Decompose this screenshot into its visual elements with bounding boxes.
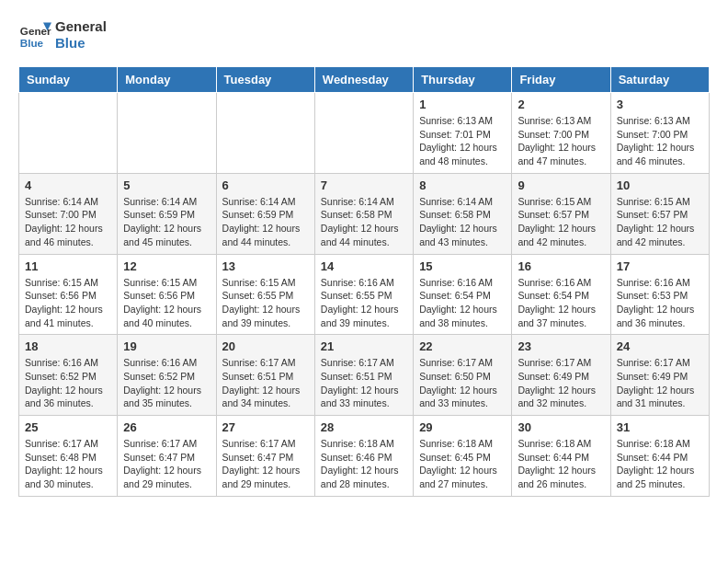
day-info: Sunrise: 6:14 AM Sunset: 6:58 PM Dayligh…	[419, 195, 506, 249]
day-info: Sunrise: 6:15 AM Sunset: 6:56 PM Dayligh…	[25, 276, 111, 330]
calendar-cell: 11Sunrise: 6:15 AM Sunset: 6:56 PM Dayli…	[19, 254, 118, 335]
day-info: Sunrise: 6:13 AM Sunset: 7:01 PM Dayligh…	[419, 114, 506, 168]
calendar-cell: 9Sunrise: 6:15 AM Sunset: 6:57 PM Daylig…	[512, 173, 610, 254]
calendar-cell	[216, 93, 314, 174]
day-info: Sunrise: 6:17 AM Sunset: 6:50 PM Dayligh…	[419, 356, 506, 410]
calendar-cell: 25Sunrise: 6:17 AM Sunset: 6:48 PM Dayli…	[19, 416, 118, 497]
calendar-cell: 8Sunrise: 6:14 AM Sunset: 6:58 PM Daylig…	[414, 173, 512, 254]
day-number: 19	[123, 339, 210, 353]
day-number: 24	[617, 339, 703, 353]
day-number: 18	[25, 339, 111, 353]
calendar-cell: 3Sunrise: 6:13 AM Sunset: 7:00 PM Daylig…	[610, 93, 709, 174]
logo-general: General	[55, 18, 107, 35]
calendar-cell: 30Sunrise: 6:18 AM Sunset: 6:44 PM Dayli…	[512, 416, 610, 497]
col-header-sunday: Sunday	[19, 67, 118, 93]
day-info: Sunrise: 6:15 AM Sunset: 6:57 PM Dayligh…	[617, 195, 703, 249]
day-info: Sunrise: 6:16 AM Sunset: 6:55 PM Dayligh…	[321, 276, 407, 330]
logo-blue: Blue	[55, 35, 107, 52]
calendar-cell: 16Sunrise: 6:16 AM Sunset: 6:54 PM Dayli…	[512, 254, 610, 335]
col-header-monday: Monday	[118, 67, 216, 93]
col-header-wednesday: Wednesday	[314, 67, 413, 93]
week-row-3: 11Sunrise: 6:15 AM Sunset: 6:56 PM Dayli…	[19, 254, 710, 335]
calendar-cell: 6Sunrise: 6:14 AM Sunset: 6:59 PM Daylig…	[216, 173, 314, 254]
day-info: Sunrise: 6:14 AM Sunset: 6:59 PM Dayligh…	[222, 195, 309, 249]
col-header-friday: Friday	[512, 67, 610, 93]
calendar-cell: 19Sunrise: 6:16 AM Sunset: 6:52 PM Dayli…	[118, 335, 216, 416]
calendar-cell: 24Sunrise: 6:17 AM Sunset: 6:49 PM Dayli…	[610, 335, 709, 416]
calendar-cell	[19, 93, 118, 174]
day-info: Sunrise: 6:18 AM Sunset: 6:45 PM Dayligh…	[419, 437, 506, 491]
calendar-cell: 20Sunrise: 6:17 AM Sunset: 6:51 PM Dayli…	[216, 335, 314, 416]
day-info: Sunrise: 6:16 AM Sunset: 6:54 PM Dayligh…	[419, 276, 506, 330]
calendar-cell: 18Sunrise: 6:16 AM Sunset: 6:52 PM Dayli…	[19, 335, 118, 416]
day-number: 8	[419, 178, 506, 192]
calendar-cell	[118, 93, 216, 174]
day-number: 31	[617, 420, 703, 434]
day-number: 15	[419, 259, 506, 273]
calendar-cell: 1Sunrise: 6:13 AM Sunset: 7:01 PM Daylig…	[414, 93, 512, 174]
col-header-saturday: Saturday	[610, 67, 709, 93]
calendar-cell: 15Sunrise: 6:16 AM Sunset: 6:54 PM Dayli…	[414, 254, 512, 335]
day-info: Sunrise: 6:15 AM Sunset: 6:56 PM Dayligh…	[123, 276, 210, 330]
day-number: 12	[123, 259, 210, 273]
calendar-cell: 28Sunrise: 6:18 AM Sunset: 6:46 PM Dayli…	[314, 416, 413, 497]
calendar-cell	[314, 93, 413, 174]
day-number: 4	[25, 178, 111, 192]
day-info: Sunrise: 6:13 AM Sunset: 7:00 PM Dayligh…	[518, 114, 604, 168]
calendar-cell: 31Sunrise: 6:18 AM Sunset: 6:44 PM Dayli…	[610, 416, 709, 497]
calendar-cell: 21Sunrise: 6:17 AM Sunset: 6:51 PM Dayli…	[314, 335, 413, 416]
calendar-cell: 27Sunrise: 6:17 AM Sunset: 6:47 PM Dayli…	[216, 416, 314, 497]
week-row-1: 1Sunrise: 6:13 AM Sunset: 7:01 PM Daylig…	[19, 93, 710, 174]
day-info: Sunrise: 6:17 AM Sunset: 6:51 PM Dayligh…	[222, 356, 309, 410]
day-info: Sunrise: 6:17 AM Sunset: 6:49 PM Dayligh…	[518, 356, 604, 410]
week-row-5: 25Sunrise: 6:17 AM Sunset: 6:48 PM Dayli…	[19, 416, 710, 497]
day-info: Sunrise: 6:17 AM Sunset: 6:47 PM Dayligh…	[123, 437, 210, 491]
calendar-cell: 17Sunrise: 6:16 AM Sunset: 6:53 PM Dayli…	[610, 254, 709, 335]
day-info: Sunrise: 6:14 AM Sunset: 7:00 PM Dayligh…	[25, 195, 111, 249]
day-info: Sunrise: 6:16 AM Sunset: 6:52 PM Dayligh…	[25, 356, 111, 410]
calendar-cell: 26Sunrise: 6:17 AM Sunset: 6:47 PM Dayli…	[118, 416, 216, 497]
day-number: 27	[222, 420, 309, 434]
calendar-cell: 4Sunrise: 6:14 AM Sunset: 7:00 PM Daylig…	[19, 173, 118, 254]
day-number: 6	[222, 178, 309, 192]
day-number: 2	[518, 98, 604, 111]
day-info: Sunrise: 6:14 AM Sunset: 6:58 PM Dayligh…	[321, 195, 407, 249]
calendar-cell: 13Sunrise: 6:15 AM Sunset: 6:55 PM Dayli…	[216, 254, 314, 335]
day-number: 9	[518, 178, 604, 192]
day-number: 25	[25, 420, 111, 434]
col-header-tuesday: Tuesday	[216, 67, 314, 93]
calendar-cell: 10Sunrise: 6:15 AM Sunset: 6:57 PM Dayli…	[610, 173, 709, 254]
week-row-2: 4Sunrise: 6:14 AM Sunset: 7:00 PM Daylig…	[19, 173, 710, 254]
day-info: Sunrise: 6:17 AM Sunset: 6:49 PM Dayligh…	[617, 356, 703, 410]
day-info: Sunrise: 6:18 AM Sunset: 6:44 PM Dayligh…	[518, 437, 604, 491]
calendar-cell: 5Sunrise: 6:14 AM Sunset: 6:59 PM Daylig…	[118, 173, 216, 254]
day-info: Sunrise: 6:17 AM Sunset: 6:51 PM Dayligh…	[321, 356, 407, 410]
week-row-4: 18Sunrise: 6:16 AM Sunset: 6:52 PM Dayli…	[19, 335, 710, 416]
svg-text:Blue: Blue	[20, 37, 44, 49]
day-number: 13	[222, 259, 309, 273]
day-number: 29	[419, 420, 506, 434]
day-info: Sunrise: 6:16 AM Sunset: 6:53 PM Dayligh…	[617, 276, 703, 330]
calendar-cell: 7Sunrise: 6:14 AM Sunset: 6:58 PM Daylig…	[314, 173, 413, 254]
day-number: 3	[617, 98, 703, 111]
day-number: 14	[321, 259, 407, 273]
day-number: 23	[518, 339, 604, 353]
day-info: Sunrise: 6:13 AM Sunset: 7:00 PM Dayligh…	[617, 114, 703, 168]
col-header-thursday: Thursday	[414, 67, 512, 93]
day-number: 28	[321, 420, 407, 434]
day-info: Sunrise: 6:17 AM Sunset: 6:48 PM Dayligh…	[25, 437, 111, 491]
calendar-header-row: SundayMondayTuesdayWednesdayThursdayFrid…	[19, 67, 710, 93]
day-number: 5	[123, 178, 210, 192]
day-number: 21	[321, 339, 407, 353]
calendar-table: SundayMondayTuesdayWednesdayThursdayFrid…	[18, 66, 710, 497]
calendar-cell: 2Sunrise: 6:13 AM Sunset: 7:00 PM Daylig…	[512, 93, 610, 174]
calendar-cell: 12Sunrise: 6:15 AM Sunset: 6:56 PM Dayli…	[118, 254, 216, 335]
calendar-cell: 29Sunrise: 6:18 AM Sunset: 6:45 PM Dayli…	[414, 416, 512, 497]
page-header: General Blue General Blue	[18, 18, 710, 52]
day-info: Sunrise: 6:18 AM Sunset: 6:46 PM Dayligh…	[321, 437, 407, 491]
logo-icon: General Blue	[18, 18, 51, 52]
day-info: Sunrise: 6:16 AM Sunset: 6:52 PM Dayligh…	[123, 356, 210, 410]
day-number: 1	[419, 98, 506, 111]
day-info: Sunrise: 6:15 AM Sunset: 6:57 PM Dayligh…	[518, 195, 604, 249]
calendar-cell: 23Sunrise: 6:17 AM Sunset: 6:49 PM Dayli…	[512, 335, 610, 416]
